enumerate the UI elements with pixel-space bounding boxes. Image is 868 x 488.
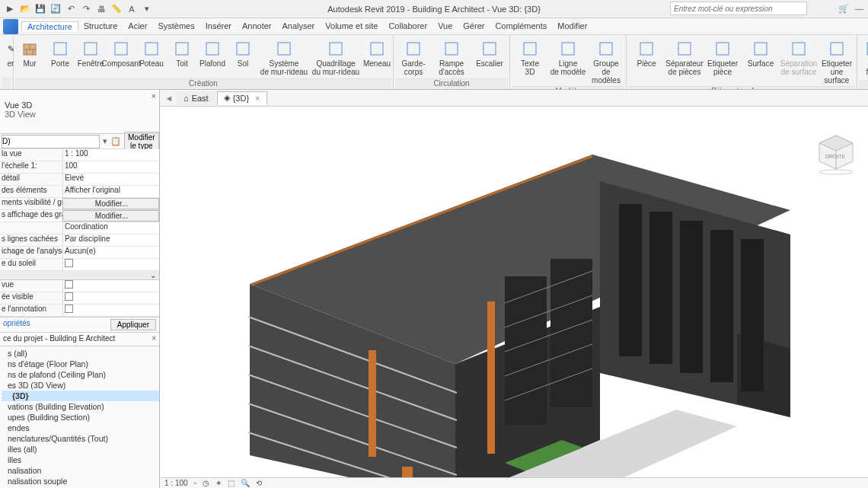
svg-rect-12 [278, 43, 290, 55]
property-row[interactable]: des élémentsAfficher l'original [0, 186, 159, 198]
open-icon[interactable]: 📂 [20, 4, 30, 14]
tool-fenêtre[interactable]: Fenêtre [76, 38, 105, 69]
tree-node[interactable]: nalisation souple [2, 476, 159, 486]
tree-node[interactable]: ns de plafond (Ceiling Plan) [2, 369, 159, 380]
tree-node[interactable]: vations (Building Elevation) [2, 401, 159, 412]
property-row[interactable]: vue [0, 280, 159, 292]
tree-node[interactable]: nenclatures/Quantités (Tout) [2, 433, 159, 444]
tool-sol[interactable]: Sol [228, 38, 257, 69]
tool-pièce[interactable]: Pièce [628, 38, 665, 69]
cart-icon[interactable]: 🛒 [838, 4, 849, 14]
menu-analyser[interactable]: Analyser [276, 21, 320, 30]
tool-texte[interactable]: Texte 3D [512, 38, 548, 78]
tool-rampe[interactable]: Rampe d'accès [433, 38, 470, 78]
qat-dropdown-icon[interactable]: ▾ [142, 4, 152, 14]
tool-par[interactable]: Par face [859, 38, 868, 78]
tree-node[interactable]: es 3D (3D View) [2, 380, 159, 391]
tool-surface[interactable]: Surface [742, 38, 779, 69]
property-row[interactable]: e l'annotation [0, 305, 159, 317]
tool-mur[interactable]: Mur [15, 38, 44, 69]
property-row[interactable]: ichage de l'analyse p...Aucun(e) [0, 247, 159, 259]
menu-architecture[interactable]: Architecture [21, 21, 78, 31]
tree-node[interactable]: nalisation [2, 465, 159, 476]
tool-etiqueter[interactable]: Etiqueter pièce [704, 38, 741, 78]
tool-etiqueter[interactable]: Etiqueter une surface [819, 38, 855, 86]
property-row[interactable]: ments visibilité / gra...Modifier... [0, 198, 159, 210]
view-cube[interactable]: DROITE [815, 132, 857, 175]
apply-button[interactable]: Appliquer [110, 319, 156, 330]
property-row[interactable]: s affichage des graphi...Modifier... [0, 210, 159, 222]
search-input[interactable] [670, 2, 807, 15]
tool-toit[interactable]: Toit [168, 38, 196, 69]
property-row[interactable]: détailElevé [0, 174, 159, 186]
view-tab-east[interactable]: ⌂East [177, 91, 215, 105]
tool-composant[interactable]: Composant [107, 38, 136, 69]
app-dropdown-icon[interactable]: ▶ [5, 4, 15, 14]
tool-séparateur[interactable]: Séparateur de pièces [666, 38, 703, 78]
tool-porte[interactable]: Porte [46, 38, 75, 69]
view-tab-3d[interactable]: ◈{3D}× [217, 91, 267, 105]
sync-icon[interactable]: 🔄 [50, 4, 61, 14]
minimize-icon[interactable]: — [855, 4, 863, 14]
properties-help-link[interactable]: opriétés [3, 319, 30, 330]
tool-escalier[interactable]: Escalier [471, 38, 508, 69]
tool-garde-corps[interactable]: Garde-corps [395, 38, 432, 78]
menu-collaborer[interactable]: Collaborer [383, 21, 432, 30]
property-row[interactable]: e du soleil [0, 259, 159, 271]
tree-node[interactable]: illes (all) [2, 444, 159, 455]
close-icon[interactable]: × [152, 334, 156, 343]
panel-title-circulation: Circulation [395, 78, 508, 89]
3d-canvas[interactable]: DROITE [160, 107, 868, 477]
menu-vue[interactable]: Vue [432, 21, 458, 30]
tab-nav-prev[interactable]: ◄ [163, 94, 175, 103]
status-icon[interactable]: ⟲ [256, 479, 262, 487]
menu-annoter[interactable]: Annoter [237, 21, 277, 30]
print-icon[interactable]: 🖶 [96, 4, 107, 14]
property-row[interactable]: l'échelle 1:100 [0, 161, 159, 174]
measure-icon[interactable]: 📏 [111, 4, 122, 14]
status-icon[interactable]: ▫ [194, 479, 197, 487]
menu-systèmes[interactable]: Systèmes [152, 21, 199, 30]
tree-node[interactable]: endes [2, 423, 159, 433]
undo-icon[interactable]: ↶ [65, 4, 76, 14]
status-icon[interactable]: ⬚ [228, 479, 235, 487]
tree-node[interactable]: s (all) [2, 348, 159, 359]
menu-volume et site[interactable]: Volume et site [320, 21, 383, 30]
status-icon[interactable]: ◷ [203, 479, 209, 487]
home-icon: ⌂ [183, 94, 189, 103]
type-selector[interactable] [2, 135, 100, 148]
view-sub-label: 3D View [5, 110, 36, 119]
text-icon[interactable]: A [126, 4, 137, 14]
menu-acier[interactable]: Acier [123, 21, 152, 30]
redo-icon[interactable]: ↷ [81, 4, 91, 14]
tool-groupe[interactable]: Groupe de modèles [588, 38, 624, 86]
menu-insérer[interactable]: Insérer [200, 21, 237, 30]
app-button[interactable] [3, 19, 18, 34]
status-icon[interactable]: ✶ [215, 479, 222, 487]
property-row[interactable]: s lignes cachéesPar discipline [0, 234, 159, 247]
tree-node[interactable]: ns d'étage (Floor Plan) [2, 359, 159, 369]
menu-gérer[interactable]: Gérer [458, 21, 490, 30]
close-icon[interactable]: × [255, 94, 260, 103]
tree-node[interactable]: {3D} [2, 391, 159, 401]
status-scale[interactable]: 1 : 100 [164, 479, 188, 487]
tool-ligne[interactable]: Ligne de modèle [550, 38, 586, 78]
status-icon[interactable]: 🔍 [241, 479, 250, 487]
tree-node[interactable]: upes (Building Section) [2, 412, 159, 423]
property-row[interactable]: Coordination [0, 222, 159, 234]
tool-séparation[interactable]: Séparation de surface [780, 38, 817, 78]
property-row[interactable]: la vue1 : 100 [0, 149, 159, 161]
tool-quadrillage[interactable]: Quadrillage du mur-rideau [311, 38, 361, 78]
menu-structure[interactable]: Structure [78, 21, 123, 30]
property-row[interactable]: ée visible [0, 292, 159, 305]
modify-type-button[interactable]: Modifier le type [124, 132, 159, 152]
tool-meneau[interactable]: Meneau [362, 38, 391, 69]
menu-compléments[interactable]: Compléments [490, 21, 552, 30]
tool-poteau[interactable]: Poteau [137, 38, 166, 69]
close-icon[interactable]: × [152, 91, 156, 100]
tool-plafond[interactable]: Plafond [198, 38, 227, 69]
menu-modifier[interactable]: Modifier [552, 21, 592, 30]
tool-système[interactable]: Système de mur-rideau [259, 38, 309, 78]
save-icon[interactable]: 💾 [35, 4, 46, 14]
tree-node[interactable]: illes [2, 455, 159, 465]
